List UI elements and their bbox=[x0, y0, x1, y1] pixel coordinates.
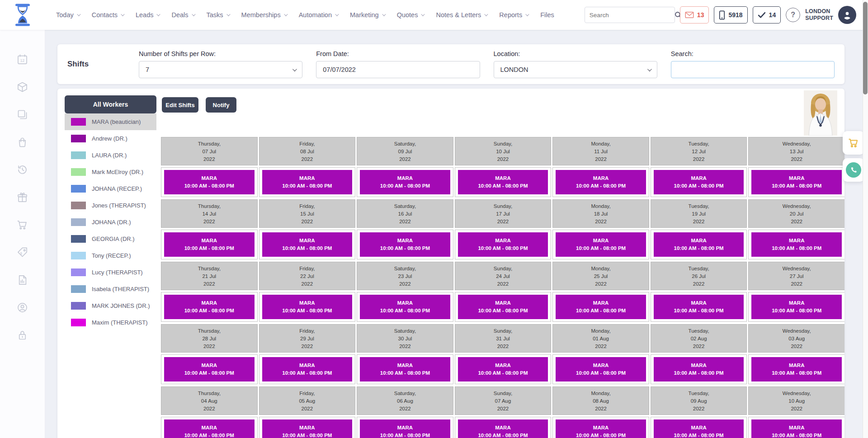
day-header: Tuesday,09 Aug2022 bbox=[651, 386, 747, 415]
nav-item-contacts[interactable]: Contacts bbox=[92, 11, 123, 19]
nav-item-notes-letters[interactable]: Notes & Letters bbox=[436, 11, 487, 19]
package-icon[interactable] bbox=[16, 81, 28, 93]
app-logo-hourglass-icon[interactable] bbox=[14, 3, 34, 27]
shift-block[interactable]: MARA10:00 AM - 08:00 PM bbox=[164, 170, 255, 194]
shift-block[interactable]: MARA10:00 AM - 08:00 PM bbox=[360, 357, 450, 381]
shift-search-input[interactable] bbox=[678, 66, 828, 73]
edit-shifts-button[interactable]: Edit Shifts bbox=[162, 97, 198, 113]
nav-item-tasks[interactable]: Tasks bbox=[207, 11, 229, 19]
global-search-input[interactable] bbox=[585, 12, 674, 19]
shift-block[interactable]: MARA10:00 AM - 08:00 PM bbox=[556, 170, 646, 194]
floating-phone-button[interactable] bbox=[843, 158, 864, 182]
worker-row-isabela-therapist[interactable]: Isabela (THERAPIST) bbox=[65, 281, 156, 297]
shift-block[interactable]: MARA10:00 AM - 08:00 PM bbox=[360, 419, 450, 438]
worker-row-laura-dr[interactable]: LAURA (DR.) bbox=[65, 147, 156, 164]
day-header-weekday: Friday, bbox=[259, 390, 355, 397]
calendar-12-icon[interactable]: 12 bbox=[16, 53, 28, 66]
price-tag-icon[interactable]: $ bbox=[16, 246, 28, 259]
nav-item-reports[interactable]: Reports bbox=[499, 11, 528, 19]
worker-row-johana-dr[interactable]: JOHANA (DR.) bbox=[65, 214, 156, 231]
shift-block[interactable]: MARA10:00 AM - 08:00 PM bbox=[164, 419, 255, 438]
account-icon[interactable] bbox=[16, 301, 28, 314]
messages-badge[interactable]: 13 bbox=[680, 6, 709, 24]
worker-row-jones-therapist[interactable]: Jones (THERAPIST) bbox=[65, 197, 156, 214]
worker-row-mark-mcelroy-dr[interactable]: Mark McElroy (DR.) bbox=[65, 164, 156, 180]
shift-block[interactable]: MARA10:00 AM - 08:00 PM bbox=[458, 357, 548, 381]
page-scrollbar-thumb[interactable] bbox=[863, 2, 868, 94]
worker-row-maxim-therapist[interactable]: Maxim (THERAPIST) bbox=[65, 314, 156, 331]
shopping-bag-icon[interactable] bbox=[16, 136, 28, 148]
day-header-weekday: Tuesday, bbox=[651, 265, 747, 273]
shift-block[interactable]: MARA10:00 AM - 08:00 PM bbox=[751, 357, 842, 381]
worker-row-mara-beautician[interactable]: MARA (beautician) bbox=[65, 113, 156, 130]
all-workers-button[interactable]: All Workers bbox=[65, 95, 156, 113]
shift-block[interactable]: MARA10:00 AM - 08:00 PM bbox=[164, 295, 255, 319]
shift-block[interactable]: MARA10:00 AM - 08:00 PM bbox=[164, 232, 255, 257]
day-header-weekday: Saturday, bbox=[357, 140, 453, 148]
shift-block[interactable]: MARA10:00 AM - 08:00 PM bbox=[751, 295, 842, 319]
worker-color-swatch bbox=[71, 285, 86, 293]
worker-row-mark-johnes-dr[interactable]: MARK JOHNES (DR.) bbox=[65, 297, 156, 314]
user-avatar[interactable] bbox=[838, 6, 856, 24]
shift-block[interactable]: MARA10:00 AM - 08:00 PM bbox=[262, 295, 353, 319]
location-select[interactable]: LONDON bbox=[494, 61, 657, 78]
notify-button[interactable]: Notify bbox=[206, 97, 236, 113]
nav-item-deals[interactable]: Deals bbox=[171, 11, 194, 19]
from-date-input[interactable] bbox=[323, 66, 473, 73]
cart-icon[interactable] bbox=[16, 219, 28, 231]
nav-item-today[interactable]: Today bbox=[56, 11, 80, 19]
shifts-per-row-select[interactable]: 7 bbox=[139, 61, 302, 78]
report-icon[interactable] bbox=[16, 274, 28, 286]
calls-badge[interactable]: 5918 bbox=[714, 6, 747, 24]
shift-block[interactable]: MARA10:00 AM - 08:00 PM bbox=[262, 232, 353, 257]
shift-block[interactable]: MARA10:00 AM - 08:00 PM bbox=[262, 357, 353, 381]
shift-block[interactable]: MARA10:00 AM - 08:00 PM bbox=[360, 295, 450, 319]
nav-item-files[interactable]: Files bbox=[540, 11, 554, 19]
shift-block[interactable]: MARA10:00 AM - 08:00 PM bbox=[654, 357, 744, 381]
worker-row-andrew-dr[interactable]: Andrew (DR.) bbox=[65, 130, 156, 147]
shift-block[interactable]: MARA10:00 AM - 08:00 PM bbox=[654, 419, 744, 438]
shift-block[interactable]: MARA10:00 AM - 08:00 PM bbox=[458, 232, 548, 257]
floating-cart-button[interactable] bbox=[843, 131, 864, 155]
shift-block[interactable]: MARA10:00 AM - 08:00 PM bbox=[458, 419, 548, 438]
shift-block[interactable]: MARA10:00 AM - 08:00 PM bbox=[458, 170, 548, 194]
nav-item-quotes[interactable]: Quotes bbox=[397, 11, 424, 19]
shift-block[interactable]: MARA10:00 AM - 08:00 PM bbox=[556, 295, 646, 319]
shift-block[interactable]: MARA10:00 AM - 08:00 PM bbox=[262, 170, 353, 194]
shift-block[interactable]: MARA10:00 AM - 08:00 PM bbox=[360, 170, 450, 194]
chevron-down-icon bbox=[77, 12, 80, 16]
account-name: LONDON SUPPORT bbox=[805, 8, 833, 22]
shift-block[interactable]: MARA10:00 AM - 08:00 PM bbox=[654, 232, 744, 257]
shift-block[interactable]: MARA10:00 AM - 08:00 PM bbox=[262, 419, 353, 438]
tasks-badge[interactable]: 14 bbox=[753, 6, 781, 24]
nav-item-leads[interactable]: Leads bbox=[136, 11, 160, 19]
lock-icon[interactable] bbox=[16, 329, 28, 341]
nav-item-automation[interactable]: Automation bbox=[299, 11, 338, 19]
worker-row-tony-recep[interactable]: Tony (RECEP.) bbox=[65, 247, 156, 264]
page-scrollbar-track[interactable] bbox=[863, 0, 868, 438]
worker-row-georgia-dr[interactable]: GEORGIA (DR.) bbox=[65, 231, 156, 247]
shift-block[interactable]: MARA10:00 AM - 08:00 PM bbox=[164, 357, 255, 381]
shift-block[interactable]: MARA10:00 AM - 08:00 PM bbox=[556, 419, 646, 438]
history-icon[interactable] bbox=[16, 164, 28, 176]
day-header: Saturday,23 Jul2022 bbox=[357, 262, 453, 290]
worker-name: JOHANA (DR.) bbox=[92, 218, 131, 226]
nav-item-memberships[interactable]: Memberships bbox=[241, 11, 287, 19]
copy-icon[interactable] bbox=[16, 108, 28, 121]
shift-block[interactable]: MARA10:00 AM - 08:00 PM bbox=[556, 357, 646, 381]
shift-block[interactable]: MARA10:00 AM - 08:00 PM bbox=[751, 232, 842, 257]
shift-block[interactable]: MARA10:00 AM - 08:00 PM bbox=[654, 295, 744, 319]
nav-item-marketing[interactable]: Marketing bbox=[350, 11, 385, 19]
shift-block[interactable]: MARA10:00 AM - 08:00 PM bbox=[458, 295, 548, 319]
shift-block[interactable]: MARA10:00 AM - 08:00 PM bbox=[751, 170, 842, 194]
worker-row-johana-recep[interactable]: JOHANA (RECEP.) bbox=[65, 180, 156, 197]
shift-block[interactable]: MARA10:00 AM - 08:00 PM bbox=[360, 232, 450, 257]
gift-icon[interactable] bbox=[16, 191, 28, 203]
shift-block[interactable]: MARA10:00 AM - 08:00 PM bbox=[751, 419, 842, 438]
cart-icon bbox=[848, 137, 859, 149]
help-icon[interactable]: ? bbox=[786, 8, 800, 22]
day-header-weekday: Saturday, bbox=[357, 390, 453, 397]
worker-row-lucy-therapist[interactable]: Lucy (THERAPIST) bbox=[65, 264, 156, 281]
shift-block[interactable]: MARA10:00 AM - 08:00 PM bbox=[556, 232, 646, 257]
shift-block[interactable]: MARA10:00 AM - 08:00 PM bbox=[654, 170, 744, 194]
